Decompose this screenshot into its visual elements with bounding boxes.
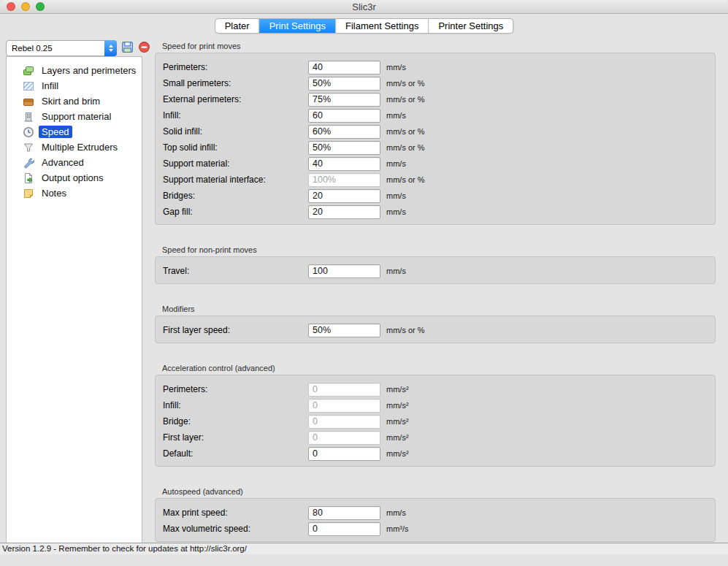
setting-label: Support material interface: — [163, 175, 308, 185]
sidebar-item-support-material[interactable]: Support material — [7, 109, 142, 124]
setting-label: Small perimeters: — [163, 78, 308, 88]
layers-icon — [23, 65, 34, 77]
setting-unit: mm/s² — [386, 401, 409, 410]
section-title: Autospeed (advanced) — [155, 487, 716, 496]
setting-label: External perimeters: — [163, 94, 308, 104]
sidebar-item-label: Advanced — [39, 156, 87, 169]
infill-input[interactable] — [308, 109, 380, 123]
travel-input[interactable] — [308, 264, 380, 278]
close-button[interactable] — [7, 2, 15, 11]
setting-unit: mm/s or % — [386, 143, 425, 152]
default-input[interactable] — [308, 447, 380, 461]
setting-unit: mm/s or % — [386, 79, 425, 88]
setting-row-perimeters: Perimeters:mm/s² — [156, 381, 715, 397]
small-perimeters-input[interactable] — [308, 77, 380, 91]
tab-print-settings[interactable]: Print Settings — [260, 19, 336, 33]
tab-bar: PlaterPrint SettingsFilament SettingsPri… — [215, 18, 514, 34]
sidebar-item-advanced[interactable]: Advanced — [7, 155, 142, 170]
title-bar: Slic3r — [0, 0, 728, 14]
setting-row-top-solid-infill: Top solid infill:mm/s or % — [156, 139, 715, 156]
tab-filament-settings[interactable]: Filament Settings — [336, 19, 429, 33]
setting-label: First layer: — [163, 432, 308, 443]
output-icon — [23, 172, 34, 184]
clock-icon — [23, 126, 34, 138]
building-icon — [23, 111, 34, 123]
sidebar-item-label: Support material — [39, 110, 114, 123]
first-layer-input — [308, 431, 380, 445]
setting-label: Travel: — [163, 266, 308, 276]
save-preset-button[interactable] — [120, 42, 134, 55]
setting-label: Max volumetric speed: — [163, 524, 308, 534]
setting-unit: mm/s — [386, 111, 406, 120]
setting-unit: mm³/s — [386, 524, 409, 533]
sidebar-item-skirt-and-brim[interactable]: Skirt and brim — [7, 93, 142, 109]
preset-select-value: Rebel 0.25 — [7, 44, 104, 53]
infill-icon — [23, 80, 34, 92]
bridges-input[interactable] — [308, 189, 380, 203]
section-acceleration-control-advanced: Acceleration control (advanced)Perimeter… — [155, 364, 716, 467]
sidebar-item-infill[interactable]: Infill — [7, 78, 142, 93]
setting-unit: mm/s — [386, 63, 406, 72]
settings-category-tree: Layers and perimetersInfillSkirt and bri… — [6, 56, 142, 544]
status-bar: Version 1.2.9 - Remember to check for up… — [0, 543, 728, 554]
setting-label: Max print speed: — [163, 508, 308, 518]
sidebar-item-label: Speed — [39, 126, 72, 138]
setting-unit: mm/s² — [386, 433, 409, 442]
setting-unit: mm/s or % — [386, 326, 425, 334]
setting-label: Default: — [163, 448, 308, 459]
tab-plater[interactable]: Plater — [215, 19, 260, 33]
section-title: Modifiers — [155, 305, 716, 313]
sidebar-item-multiple-extruders[interactable]: Multiple Extruders — [7, 139, 142, 155]
setting-label: Support material: — [163, 158, 308, 169]
setting-label: Infill: — [163, 400, 308, 410]
support-material-input[interactable] — [308, 157, 380, 171]
section-modifiers: ModifiersFirst layer speed:mm/s or % — [155, 305, 716, 343]
setting-label: First layer speed: — [163, 325, 308, 335]
delete-preset-button[interactable] — [137, 42, 150, 55]
setting-row-support-material-interface: Support material interface:mm/s or % — [156, 172, 715, 188]
infill-input — [308, 399, 380, 413]
sidebar-item-layers-and-perimeters[interactable]: Layers and perimeters — [7, 63, 142, 78]
preset-select[interactable]: Rebel 0.25 — [6, 40, 117, 56]
window-title: Slic3r — [352, 1, 376, 12]
external-perimeters-input[interactable] — [308, 93, 380, 107]
sidebar-item-label: Notes — [39, 187, 69, 199]
gap-fill-input[interactable] — [308, 205, 380, 219]
bridge-input — [308, 415, 380, 429]
chevron-up-down-icon — [104, 40, 117, 56]
max-print-speed-input[interactable] — [308, 506, 380, 520]
minimize-button[interactable] — [21, 2, 30, 11]
setting-label: Top solid infill: — [163, 142, 308, 153]
solid-infill-input[interactable] — [308, 125, 380, 139]
setting-row-first-layer-speed: First layer speed:mm/s or % — [156, 322, 715, 338]
setting-unit: mm/s — [386, 267, 406, 275]
section-box: First layer speed:mm/s or % — [155, 315, 716, 343]
setting-row-infill: Infill:mm/s — [156, 107, 715, 123]
setting-row-max-volumetric-speed: Max volumetric speed:mm³/s — [156, 521, 715, 537]
perimeters-input[interactable] — [308, 61, 380, 74]
sidebar-item-notes[interactable]: Notes — [7, 186, 142, 201]
section-title: Acceleration control (advanced) — [155, 364, 716, 372]
first-layer-speed-input[interactable] — [308, 324, 380, 337]
minus-circle-icon — [138, 41, 150, 56]
tab-printer-settings[interactable]: Printer Settings — [429, 19, 513, 33]
top-solid-infill-input[interactable] — [308, 141, 380, 155]
sidebar-item-label: Layers and perimeters — [39, 64, 139, 77]
section-box: Max print speed:mm/sMax volumetric speed… — [155, 498, 716, 542]
max-volumetric-speed-input[interactable] — [308, 522, 380, 536]
setting-label: Bridges: — [163, 191, 308, 201]
section-box: Perimeters:mm/s²Infill:mm/s²Bridge:mm/s²… — [155, 375, 716, 467]
setting-label: Infill: — [163, 110, 308, 121]
perimeters-input — [308, 383, 380, 397]
sidebar-item-speed[interactable]: Speed — [7, 124, 142, 139]
sidebar-item-output-options[interactable]: Output options — [7, 170, 142, 186]
section-box: Travel:mm/s — [155, 256, 716, 284]
setting-row-support-material: Support material:mm/s — [156, 156, 715, 172]
funnel-icon — [23, 142, 34, 153]
setting-unit: mm/s — [386, 207, 406, 216]
setting-unit: mm/s — [386, 159, 406, 168]
sidebar-item-label: Output options — [39, 172, 107, 184]
setting-row-bridge: Bridge:mm/s² — [156, 413, 715, 429]
zoom-button[interactable] — [36, 2, 45, 11]
window-content: PlaterPrint SettingsFilament SettingsPri… — [0, 14, 728, 554]
